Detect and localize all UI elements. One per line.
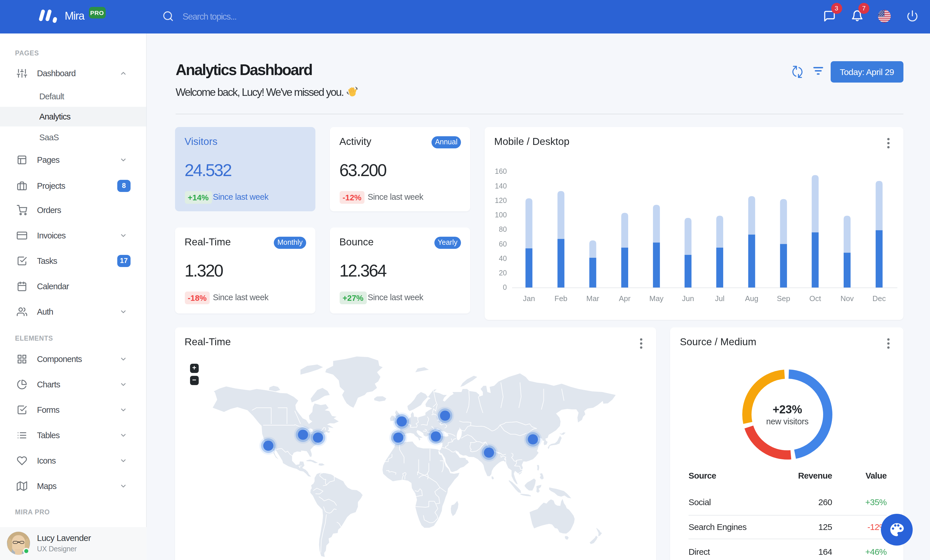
svg-text:Nov: Nov: [840, 294, 853, 303]
svg-text:40: 40: [499, 254, 507, 262]
svg-text:160: 160: [494, 167, 507, 175]
svg-text:120: 120: [494, 196, 507, 204]
svg-text:Sep: Sep: [777, 294, 790, 303]
svg-text:Apr: Apr: [619, 294, 630, 303]
svg-text:60: 60: [499, 240, 507, 248]
svg-text:Aug: Aug: [745, 294, 758, 303]
svg-text:80: 80: [499, 225, 507, 233]
svg-text:Jul: Jul: [714, 294, 724, 303]
svg-text:Feb: Feb: [554, 294, 567, 303]
svg-text:0: 0: [502, 283, 507, 291]
svg-text:Jun: Jun: [682, 294, 694, 303]
svg-text:May: May: [649, 294, 663, 303]
svg-text:20: 20: [499, 269, 507, 277]
svg-text:100: 100: [494, 211, 507, 219]
svg-text:Oct: Oct: [809, 294, 821, 303]
svg-text:Mar: Mar: [586, 294, 599, 303]
svg-text:140: 140: [494, 182, 507, 190]
svg-text:Dec: Dec: [872, 294, 885, 303]
svg-text:Jan: Jan: [522, 294, 534, 303]
